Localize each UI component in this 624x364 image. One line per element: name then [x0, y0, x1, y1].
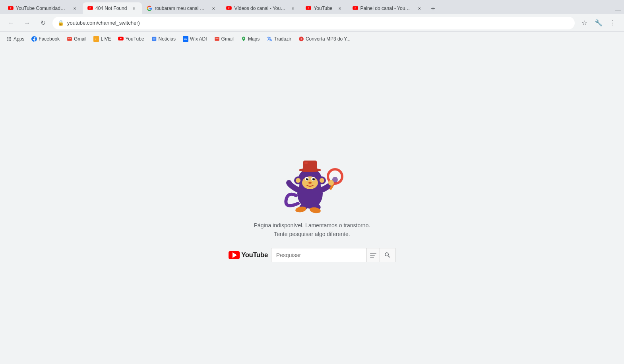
back-button[interactable]: ←	[5, 17, 17, 29]
yt-play-icon	[233, 252, 237, 258]
svg-point-17	[306, 178, 308, 180]
bookmark-live[interactable]: L LIVE	[90, 35, 114, 43]
reload-button[interactable]: ↻	[37, 17, 49, 29]
browser-frame: YouTube Comunidade – *roubar... ✕ 404 No…	[0, 0, 624, 364]
nav-bar: ← → ↻ 🔒 youtube.com/channel_switcher) ☆ …	[0, 14, 624, 32]
svg-point-22	[309, 182, 310, 183]
tab-roubaram[interactable]: roubaram meu canal do youtube... ✕	[142, 2, 221, 14]
tab-close-3[interactable]: ✕	[210, 5, 217, 12]
tab-youtube[interactable]: YouTube ✕	[301, 2, 347, 14]
new-tab-button[interactable]: +	[427, 3, 439, 14]
error-message: Página indisponível. Lamentamos o transt…	[254, 221, 370, 239]
lock-icon: 🔒	[58, 20, 64, 26]
svg-point-20	[314, 178, 314, 179]
tab-404[interactable]: 404 Not Found ✕	[83, 2, 142, 14]
keyboard-button[interactable]	[366, 248, 380, 262]
address-bar[interactable]: 🔒 youtube.com/channel_switcher)	[52, 17, 575, 29]
bookmark-noticias[interactable]: Notícias	[148, 35, 179, 43]
tab-close-1[interactable]: ✕	[72, 5, 78, 12]
yt-search-bar: YouTube	[229, 248, 395, 262]
yt-search-input[interactable]	[271, 248, 366, 262]
tab-painel-canal[interactable]: Painel do canal - YouTube Studio ✕	[348, 2, 427, 14]
bookmark-maps[interactable]: Maps	[238, 35, 263, 43]
svg-rect-25	[303, 161, 317, 171]
tab-videos-canal[interactable]: Vídeos do canal - YouTube Studi... ✕	[221, 2, 301, 14]
bookmark-traduzir[interactable]: Traduzir	[264, 35, 295, 43]
tab-close-5[interactable]: ✕	[337, 5, 343, 12]
title-bar: YouTube Comunidade – *roubar... ✕ 404 No…	[0, 0, 624, 14]
tab-close-6[interactable]: ✕	[416, 5, 422, 12]
url-text: youtube.com/channel_switcher)	[67, 20, 570, 26]
svg-point-18	[312, 178, 315, 180]
tab-close-4[interactable]: ✕	[290, 5, 296, 12]
tab-yt-comunidade[interactable]: YouTube Comunidade – *roubar... ✕	[3, 2, 83, 14]
bookmark-gmail-1[interactable]: Gmail	[64, 35, 89, 43]
yt-logo[interactable]: YouTube	[229, 251, 268, 259]
menu-button[interactable]: ⋮	[607, 17, 619, 29]
page-content: Página indisponível. Lamentamos o transt…	[0, 46, 624, 364]
svg-rect-26	[304, 162, 308, 164]
bookmark-facebook[interactable]: Facebook	[28, 35, 63, 43]
yt-logo-text: YouTube	[241, 251, 268, 259]
svg-rect-33	[370, 257, 374, 258]
bookmarks-bar: Apps Facebook Gmail L LIVE	[0, 32, 624, 46]
svg-point-23	[310, 182, 312, 183]
yt-logo-icon	[229, 251, 240, 259]
error-illustration	[272, 148, 352, 211]
svg-point-13	[320, 178, 324, 183]
nav-actions: ☆ 🔧 ⋮	[578, 17, 619, 29]
bookmark-star-button[interactable]: ☆	[578, 17, 591, 29]
bookmark-gmail-2[interactable]: Gmail	[211, 35, 237, 43]
window-controls: —	[615, 7, 624, 14]
forward-button[interactable]: →	[21, 17, 33, 29]
extensions-button[interactable]: 🔧	[592, 17, 605, 29]
minimize-button[interactable]: —	[615, 7, 621, 13]
svg-text:WIX: WIX	[184, 38, 188, 40]
tab-close-2[interactable]: ✕	[131, 5, 137, 12]
svg-point-11	[296, 178, 300, 183]
bookmark-youtube[interactable]: YouTube	[115, 35, 147, 43]
svg-rect-31	[370, 253, 376, 254]
bookmark-wix[interactable]: WIX Wix ADI	[180, 35, 210, 43]
svg-text:L: L	[96, 38, 97, 40]
bookmark-mp3[interactable]: Converta MP3 do Y...	[295, 35, 354, 43]
yt-search-button[interactable]	[380, 248, 395, 262]
bookmark-apps[interactable]: Apps	[3, 35, 27, 43]
svg-point-19	[307, 178, 308, 179]
svg-point-30	[328, 180, 334, 186]
svg-rect-32	[370, 255, 375, 256]
